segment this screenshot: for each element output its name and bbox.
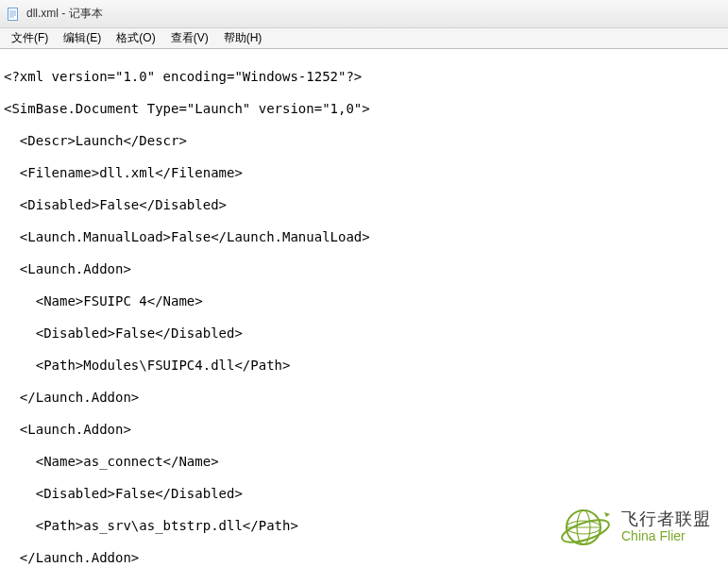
- code-line: </Launch.Addon>: [4, 550, 724, 566]
- menubar: 文件(F) 编辑(E) 格式(O) 查看(V) 帮助(H): [0, 28, 728, 49]
- code-line: <Descr>Launch</Descr>: [4, 133, 724, 149]
- code-line: <Disabled>False</Disabled>: [4, 486, 724, 502]
- code-line: <SimBase.Document Type="Launch" version=…: [4, 101, 724, 117]
- menu-edit[interactable]: 编辑(E): [56, 28, 109, 48]
- watermark-en: China Flier: [621, 529, 711, 543]
- code-line: <Filename>dll.xml</Filename>: [4, 165, 724, 181]
- code-line: <Launch.Addon>: [4, 422, 724, 438]
- code-line: <Disabled>False</Disabled>: [4, 197, 724, 213]
- text-editor-content[interactable]: <?xml version="1.0" encoding="Windows-12…: [0, 49, 728, 567]
- watermark-text: 飞行者联盟 China Flier: [621, 510, 711, 543]
- code-line: <Launch.ManualLoad>False</Launch.ManualL…: [4, 229, 724, 245]
- code-line: <Disabled>False</Disabled>: [4, 325, 724, 342]
- menu-file[interactable]: 文件(F): [4, 28, 56, 48]
- code-line: <Name>as_connect</Name>: [4, 454, 724, 470]
- code-line: <?xml version="1.0" encoding="Windows-12…: [4, 69, 724, 85]
- menu-help[interactable]: 帮助(H): [216, 28, 270, 48]
- menu-format[interactable]: 格式(O): [109, 28, 162, 48]
- menu-view[interactable]: 查看(V): [163, 28, 216, 48]
- code-line: <Launch.Addon>: [4, 261, 724, 277]
- code-line: </Launch.Addon>: [4, 390, 724, 406]
- document-icon: [6, 7, 21, 22]
- watermark: 飞行者联盟 China Flier: [557, 503, 711, 552]
- svg-rect-0: [8, 8, 18, 20]
- code-line: <Name>FSUIPC 4</Name>: [4, 293, 724, 309]
- titlebar: dll.xml - 记事本: [0, 0, 728, 28]
- globe-logo-icon: [557, 503, 614, 552]
- window-title: dll.xml - 记事本: [26, 6, 103, 22]
- code-line: <Path>Modules\FSUIPC4.dll</Path>: [4, 358, 724, 374]
- watermark-cn: 飞行者联盟: [621, 510, 711, 529]
